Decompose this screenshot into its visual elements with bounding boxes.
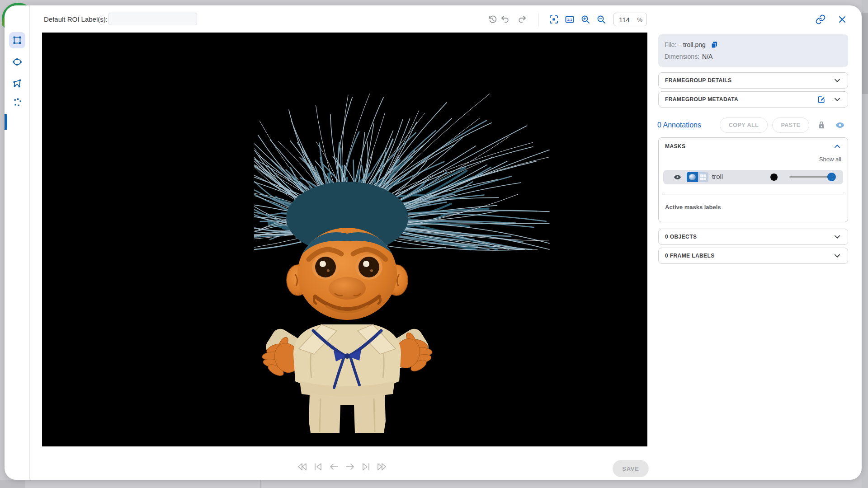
undo-icon[interactable] [500, 14, 510, 25]
accordion-objects[interactable]: 0 OBJECTS [658, 229, 848, 245]
dimensions-label: Dimensions: [665, 51, 699, 62]
roi-input[interactable] [108, 13, 197, 25]
dimensions-value: N/A [702, 51, 712, 62]
page-scrollbar-track[interactable] [862, 0, 868, 488]
playback-controls [297, 461, 387, 473]
copy-all-button[interactable]: COPY ALL [720, 117, 768, 133]
accordion-framegroup-metadata[interactable]: FRAMEGROUP METADATA [658, 91, 848, 108]
chevron-down-icon [832, 94, 842, 104]
chevron-down-icon [832, 251, 842, 261]
polygon-icon [12, 78, 23, 89]
workspace: Default ROI Label(s): 1:1 [0, 0, 868, 488]
masks-header: MASKS [665, 143, 685, 150]
slider-track[interactable] [789, 176, 828, 178]
rectangle-icon [12, 35, 23, 46]
sphere-icon [689, 174, 696, 180]
slider-thumb[interactable] [827, 173, 836, 181]
eye-icon[interactable] [835, 120, 845, 130]
actual-size-1-1-icon[interactable]: 1:1 [564, 14, 575, 25]
mask-name: troll [712, 173, 723, 180]
chevron-down-icon [832, 232, 842, 242]
accordion-label: FRAMEGROUP DETAILS [665, 77, 731, 84]
ellipse-roi-tool[interactable] [9, 54, 25, 70]
annotations-row: 0 Annotations COPY ALL PASTE [657, 117, 849, 133]
copy-icon[interactable] [710, 41, 718, 49]
zoom-percent-input[interactable] [618, 15, 637, 24]
fit-to-screen-icon[interactable] [548, 14, 559, 25]
chevron-up-icon[interactable] [832, 141, 842, 151]
file-info-card: File: - troll.png Dimensions: N/A [658, 34, 848, 67]
zoom-percent-field[interactable]: % [613, 13, 647, 26]
grid-icon [700, 174, 706, 180]
backdrop-divider [260, 480, 261, 488]
accordion-label: 0 FRAME LABELS [665, 253, 715, 259]
paste-button[interactable]: PASTE [772, 117, 809, 133]
link-icon[interactable] [815, 14, 826, 25]
skip-last-icon[interactable] [360, 461, 372, 473]
mask-row[interactable]: troll [663, 170, 843, 184]
page-scrollbar-thumb[interactable] [862, 13, 868, 94]
troll-image [42, 33, 647, 446]
save-button[interactable]: SAVE [613, 460, 649, 477]
history-restore-icon[interactable] [487, 14, 498, 25]
skip-first-icon[interactable] [312, 461, 324, 473]
backdrop [0, 480, 868, 488]
annotations-count: 0 Annotations [657, 117, 701, 133]
prev-frame-icon[interactable] [328, 461, 340, 473]
ellipse-icon [12, 56, 23, 67]
polygon-roi-tool[interactable] [9, 75, 25, 92]
points-roi-tool[interactable] [9, 94, 25, 110]
drawer-handle[interactable] [5, 114, 7, 130]
image-canvas[interactable] [42, 33, 647, 446]
zoom-unit: % [637, 16, 642, 23]
masks-panel: MASKS Show all troll [658, 137, 848, 222]
zoom-out-icon[interactable] [596, 14, 607, 25]
file-value: - troll.png [679, 39, 705, 51]
file-label: File: [665, 39, 676, 51]
next-frame-icon[interactable] [344, 461, 356, 473]
sidebar-divider [29, 5, 30, 480]
points-icon [12, 97, 23, 108]
toolbar-divider [538, 14, 538, 26]
accordion-label: 0 OBJECTS [665, 234, 697, 240]
mask-view-mode-toggle[interactable] [687, 172, 708, 182]
mask-visibility-eye-icon[interactable] [673, 173, 682, 181]
mask-color-swatch[interactable] [770, 174, 778, 181]
fast-rewind-icon[interactable] [297, 461, 308, 473]
accordion-framegroup-details[interactable]: FRAMEGROUP DETAILS [658, 72, 848, 89]
backdrop-strip [0, 480, 25, 488]
roi-label: Default ROI Label(s): [44, 12, 108, 27]
chevron-down-icon [832, 75, 842, 85]
fast-forward-icon[interactable] [376, 461, 387, 473]
accordion-frame-labels[interactable]: 0 FRAME LABELS [658, 248, 848, 264]
active-masks-labels-header: Active masks labels [665, 204, 721, 211]
lock-icon[interactable] [816, 120, 826, 130]
zoom-in-icon[interactable] [580, 14, 591, 25]
mask-opacity-slider[interactable] [789, 176, 834, 178]
show-all-link[interactable]: Show all [819, 156, 841, 163]
svg-text:1:1: 1:1 [567, 18, 572, 22]
close-icon[interactable] [837, 14, 848, 25]
rectangle-roi-tool[interactable] [9, 32, 25, 48]
annotation-dialog: Default ROI Label(s): 1:1 [5, 5, 862, 480]
accordion-label: FRAMEGROUP METADATA [665, 96, 738, 103]
mask-mode-tiles[interactable] [698, 172, 708, 182]
edit-icon[interactable] [817, 95, 826, 104]
mask-mode-sphere[interactable] [687, 172, 698, 182]
masks-divider [663, 194, 843, 194]
redo-icon[interactable] [517, 14, 528, 25]
